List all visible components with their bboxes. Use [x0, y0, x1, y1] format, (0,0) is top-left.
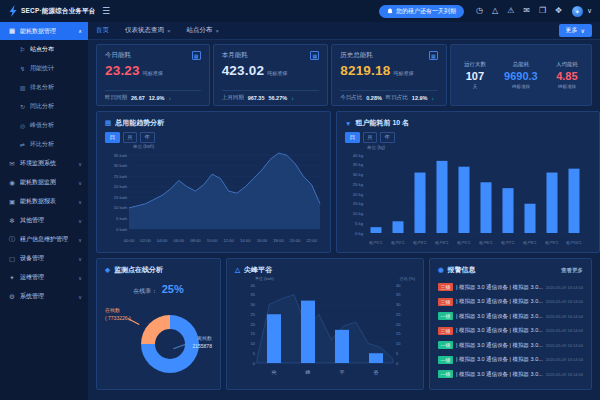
trend-period-tabs: 日月年	[105, 132, 322, 143]
period-tab-月[interactable]: 月	[123, 132, 138, 143]
svg-text:20: 20	[250, 322, 255, 327]
offline-count-label: 离线数 2155878	[192, 335, 211, 350]
svg-text:30: 30	[250, 302, 255, 307]
alarm-row[interactable]: 三级| 模拟器 3.0 通信设备 | 模拟器 3.0...2020-05-09 …	[438, 280, 583, 295]
environment-icon: ✉	[8, 160, 16, 168]
sidebar-subitem-同比分析[interactable]: ↻同比分析	[0, 97, 88, 116]
svg-text:12:00: 12:00	[223, 238, 234, 243]
svg-text:租户5号: 租户5号	[457, 240, 471, 245]
alarm-card: ◉ 报警信息 查看更多 三级| 模拟器 3.0 通信设备 | 模拟器 3.0..…	[429, 258, 592, 390]
rank-icon: ▥	[19, 84, 26, 91]
message-icon[interactable]: ✉	[523, 7, 530, 15]
energy-data-icon: ▦	[8, 27, 16, 35]
sidebar-item-设备管理[interactable]: ▢设备管理∨	[0, 249, 88, 268]
close-tab-icon[interactable]: ×	[216, 28, 220, 34]
overview-人均能耗: 人均能耗4.85吨标准煤	[556, 61, 578, 89]
peak-icon: ◎	[19, 122, 26, 129]
history-icon[interactable]: ◷	[476, 7, 483, 15]
usage-icon: ↯	[19, 65, 26, 72]
peak-valley-chart: 00551010151520202525303035354040单位 (kwh)…	[235, 275, 417, 377]
alarm-row[interactable]: 一级| 模拟器 3.0 通信设备 | 模拟器 3.0...2020-05-09 …	[438, 367, 583, 382]
warning-icon[interactable]: △	[492, 7, 498, 15]
svg-text:40 kg: 40 kg	[353, 153, 364, 158]
sidebar-item-租户信息维护管理[interactable]: ⓘ租户信息维护管理∨	[0, 230, 88, 249]
alarm-row[interactable]: 一级| 模拟器 3.0 通信设备 | 模拟器 3.0...2020-05-09 …	[438, 309, 583, 324]
mom-icon: ⇄	[19, 141, 26, 148]
svg-text:租户8号: 租户8号	[523, 240, 537, 245]
menu-toggle-icon[interactable]: ☰	[102, 6, 110, 16]
svg-text:30 kwh: 30 kwh	[114, 163, 128, 168]
stat-card-本月能耗: 本月能耗▦423.02吨标准煤上月同期967.3556.27%↓	[213, 44, 329, 106]
online-chart-card: ◈ 监测点在线分析 在线率： 25% 在线数 ( 7733226 )	[96, 258, 221, 390]
trend-area-chart: 0 kwh5 kwh10 kwh15 kwh20 kwh25 kwh30 kwh…	[105, 143, 324, 245]
alarm-message: | 模拟器 3.0 通信设备 | 模拟器 3.0...	[456, 342, 543, 349]
period-tab-日[interactable]: 日	[345, 132, 360, 143]
alarm-level-badge: 一级	[438, 356, 453, 364]
chevron-down-icon[interactable]: ∨	[587, 7, 592, 15]
sidebar-subitem-用能统计[interactable]: ↯用能统计	[0, 59, 88, 78]
trend-down-icon: ↓	[291, 95, 294, 101]
stat-value: 23.23吨标准煤	[105, 63, 201, 78]
alarm-title: 报警信息	[448, 265, 476, 275]
sidebar-item-能耗数据监测[interactable]: ◉能耗数据监测∨	[0, 173, 88, 192]
tenant-expiry-notice[interactable]: 您的租户还有一天到期	[379, 5, 464, 18]
overview-card: 运行天数107天总能耗9690.3吨标准煤人均能耗4.85吨标准煤	[450, 44, 592, 106]
period-tab-月[interactable]: 月	[363, 132, 378, 143]
stat-unit: 吨标准煤	[143, 70, 163, 76]
svg-text:18:00: 18:00	[273, 238, 284, 243]
alarm-time: 2020-05-09 16:14:04	[546, 372, 583, 377]
svg-text:20: 20	[396, 322, 401, 327]
period-tab-年[interactable]: 年	[380, 132, 395, 143]
windows-icon[interactable]: ❐	[539, 7, 546, 15]
svg-text:租户10号: 租户10号	[566, 240, 582, 245]
alert-icon[interactable]: ⚠	[507, 7, 514, 15]
sidebar-item-运维管理[interactable]: ✦运维管理∨	[0, 268, 88, 287]
calendar-icon[interactable]: ▦	[310, 51, 319, 60]
svg-text:5 kwh: 5 kwh	[116, 216, 128, 221]
stat-footer: 上月同期967.3556.27%↓	[222, 90, 320, 101]
overview-运行天数: 运行天数107天	[464, 61, 486, 89]
svg-text:单位 (kwh): 单位 (kwh)	[255, 276, 275, 281]
svg-text:35 kg: 35 kg	[353, 162, 364, 167]
stat-card-今日能耗: 今日能耗▦23.23吨标准煤昨日同期26.6712.9%↓	[96, 44, 210, 106]
system-icon: ⚙	[8, 293, 16, 301]
svg-text:租户4号: 租户4号	[435, 240, 449, 245]
svg-text:租户9号: 租户9号	[545, 240, 559, 245]
alarm-row[interactable]: 一级| 模拟器 3.0 通信设备 | 模拟器 3.0...2020-05-09 …	[438, 338, 583, 353]
calendar-icon[interactable]: ▦	[429, 51, 438, 60]
sidebar-subitem-峰值分析[interactable]: ◎峰值分析	[0, 116, 88, 135]
sidebar-subitem-站点分布[interactable]: ⚐站点分布	[0, 40, 88, 59]
stat-footer: 昨日同期26.6712.9%↓	[105, 90, 201, 101]
more-button[interactable]: 更多∨	[559, 24, 592, 37]
overview-总能耗: 总能耗9690.3吨标准煤	[504, 61, 538, 89]
view-more-link[interactable]: 查看更多	[561, 267, 583, 274]
tab-首页[interactable]: 首页	[96, 26, 109, 35]
alarm-row[interactable]: 三级| 模拟器 3.0 通信设备 | 模拟器 3.0...2020-05-09 …	[438, 295, 583, 310]
trend-chart-title: ▤ 总用能趋势分析	[105, 118, 322, 128]
bell-icon	[387, 8, 393, 15]
close-tab-icon[interactable]: ×	[167, 28, 171, 34]
svg-text:单位 (kwh): 单位 (kwh)	[133, 144, 155, 149]
period-tab-年[interactable]: 年	[140, 132, 155, 143]
chevron-down-icon: ∨	[78, 161, 82, 167]
alarm-row[interactable]: 一级| 模拟器 3.0 通信设备 | 模拟器 3.0...2020-05-09 …	[438, 353, 583, 368]
period-tab-日[interactable]: 日	[105, 132, 120, 143]
alarm-level-badge: 一级	[438, 341, 453, 349]
svg-text:5: 5	[253, 351, 256, 356]
svg-text:35: 35	[396, 292, 401, 297]
sidebar-item-能耗数据管理[interactable]: ▦能耗数据管理∧	[0, 22, 88, 40]
fullscreen-icon[interactable]: ✥	[555, 7, 562, 15]
sidebar-item-环境监测系统[interactable]: ✉环境监测系统∨	[0, 154, 88, 173]
sidebar-subitem-排名分析[interactable]: ▥排名分析	[0, 78, 88, 97]
tab-站点分布[interactable]: 站点分布×	[187, 26, 220, 35]
sidebar-subitem-环比分析[interactable]: ⇄环比分析	[0, 135, 88, 154]
svg-text:10: 10	[396, 341, 401, 346]
avatar[interactable]: ✦	[572, 6, 583, 17]
sidebar-item-其他管理[interactable]: ✻其他管理∨	[0, 211, 88, 230]
sidebar-item-系统管理[interactable]: ⚙系统管理∨	[0, 287, 88, 306]
ops-icon: ✦	[8, 274, 16, 282]
tab-仪表状态查询[interactable]: 仪表状态查询×	[125, 26, 171, 35]
calendar-icon[interactable]: ▦	[192, 51, 201, 60]
sidebar-item-能耗数据报表[interactable]: ▣能耗数据报表∨	[0, 192, 88, 211]
alarm-row[interactable]: 三级| 模拟器 3.0 通信设备 | 模拟器 3.0...2020-05-09 …	[438, 324, 583, 339]
